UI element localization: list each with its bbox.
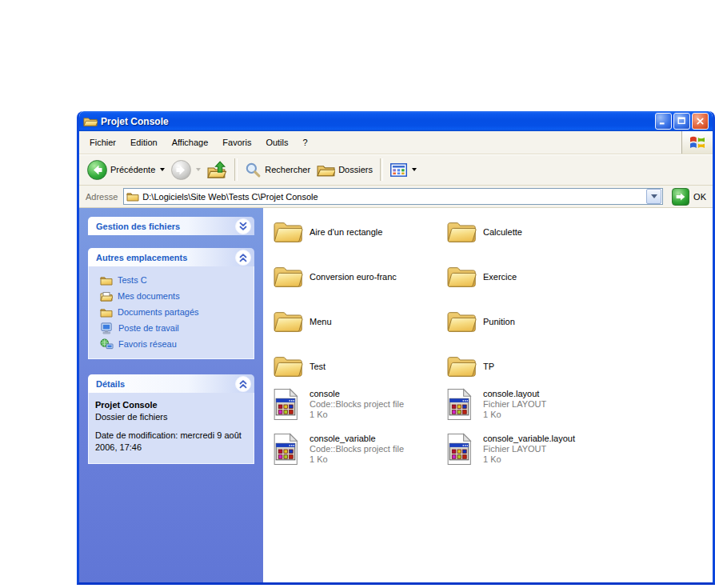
sidebar-item-tests-c[interactable]: Tests C <box>94 272 249 288</box>
task-pane: Gestion des fichiers Autres emplacements <box>79 208 263 585</box>
menu-bar: Fichier Edition Affichage Favoris Outils… <box>79 131 713 154</box>
file-name: console_variable <box>310 434 404 444</box>
sidebar-item-label: Tests C <box>118 275 147 285</box>
go-button[interactable]: OK <box>669 188 709 206</box>
codeblocks-file-icon <box>273 433 299 466</box>
sidebar-item-favoris-reseau[interactable]: Favoris réseau <box>94 336 249 352</box>
up-button[interactable] <box>204 159 230 181</box>
folder-tile[interactable]: Menu <box>273 308 437 334</box>
file-tile[interactable]: console.layout Fichier LAYOUT 1 Ko <box>446 388 610 421</box>
details-name: Projet Console <box>95 399 247 411</box>
details-type: Dossier de fichiers <box>95 411 247 423</box>
forward-button[interactable] <box>168 158 204 182</box>
sidebar-item-label: Mes documents <box>118 291 180 301</box>
file-info: console_variable Code::Blocks project fi… <box>310 433 404 465</box>
explorer-window: Projet Console Fichier Edition Affichage… <box>77 111 715 585</box>
forward-dropdown-icon <box>196 168 201 171</box>
folder-icon <box>273 308 303 334</box>
folder-tile[interactable]: TP <box>446 353 610 379</box>
views-dropdown-icon[interactable] <box>412 168 417 171</box>
sidebar-item-documents-partages[interactable]: Documents partagés <box>94 304 249 320</box>
file-type: Fichier LAYOUT <box>483 399 546 410</box>
views-button[interactable] <box>387 162 420 178</box>
toolbar-separator <box>234 158 238 181</box>
panel-body: Tests C Mes documents Documents partagés… <box>88 266 254 359</box>
double-chevron-up-icon[interactable] <box>235 250 251 266</box>
sidebar-item-mes-documents[interactable]: Mes documents <box>94 288 249 304</box>
panel-header-autres[interactable]: Autres emplacements <box>88 248 254 266</box>
menu-items: Fichier Edition Affichage Favoris Outils… <box>79 131 681 154</box>
folder-tile[interactable]: Punition <box>446 308 610 334</box>
panel-header-details[interactable]: Détails <box>88 374 254 393</box>
close-button[interactable] <box>692 113 709 130</box>
folder-name: Exercice <box>483 272 517 282</box>
folder-tile[interactable]: Test <box>273 353 437 379</box>
codeblocks-file-icon <box>446 433 473 466</box>
file-list[interactable]: Aire d'un rectangle Calculette Conversio… <box>263 208 713 585</box>
folder-icon <box>100 275 113 286</box>
folder-icon <box>446 218 477 245</box>
menu-affichage[interactable]: Affichage <box>165 132 216 154</box>
folder-tile[interactable]: Aire d'un rectangle <box>273 218 437 245</box>
sidebar-item-poste-de-travail[interactable]: Poste de travail <box>94 320 249 336</box>
menu-edition[interactable]: Edition <box>123 132 165 154</box>
folder-icon <box>446 353 477 379</box>
file-type: Code::Blocks project file <box>310 399 404 410</box>
folder-name: TP <box>483 362 494 371</box>
close-icon <box>694 115 706 127</box>
address-bar: Adresse D:\Logiciels\Site Web\Tests C\Pr… <box>79 186 713 208</box>
shared-folder-icon <box>100 307 113 318</box>
menu-favoris[interactable]: Favoris <box>215 132 258 154</box>
search-button[interactable]: Rechercher <box>242 160 314 180</box>
details-body: Projet Console Dossier de fichiers Date … <box>88 393 254 464</box>
folder-tile[interactable]: Exercice <box>446 263 610 290</box>
address-input[interactable]: D:\Logiciels\Site Web\Tests C\Projet Con… <box>123 188 663 205</box>
file-size: 1 Ko <box>483 454 575 465</box>
maximize-icon <box>676 115 688 127</box>
double-chevron-up-icon[interactable] <box>235 376 251 392</box>
windows-logo-box <box>681 131 713 154</box>
file-tile[interactable]: console Code::Blocks project file 1 Ko <box>273 388 437 421</box>
address-dropdown-button[interactable] <box>646 189 661 204</box>
folder-icon <box>273 353 303 379</box>
back-icon <box>87 160 107 180</box>
folder-name: Menu <box>310 317 332 326</box>
address-value[interactable]: D:\Logiciels\Site Web\Tests C\Projet Con… <box>142 192 643 202</box>
menu-help[interactable]: ? <box>296 132 315 154</box>
folder-name: Punition <box>483 317 515 326</box>
menu-fichier[interactable]: Fichier <box>82 132 123 154</box>
file-tile[interactable]: console_variable.layout Fichier LAYOUT 1… <box>446 433 610 466</box>
file-tile[interactable]: console_variable Code::Blocks project fi… <box>273 433 437 466</box>
sidebar-item-label: Poste de travail <box>118 323 179 333</box>
back-label: Précédente <box>110 165 155 174</box>
forward-icon <box>171 160 191 180</box>
double-chevron-down-icon[interactable] <box>235 218 251 234</box>
chevron-down-icon <box>651 194 657 198</box>
computer-icon <box>100 322 114 334</box>
folder-open-icon <box>83 115 98 127</box>
panel-header-gestion[interactable]: Gestion des fichiers <box>88 217 254 235</box>
folder-icon <box>446 263 477 290</box>
windows-flag-icon <box>688 133 707 152</box>
go-label: OK <box>693 192 706 202</box>
folder-name: Calculette <box>483 227 522 237</box>
address-label: Adresse <box>86 192 118 202</box>
back-button[interactable]: Précédente <box>84 158 168 182</box>
maximize-button[interactable] <box>673 113 690 130</box>
folder-icon <box>273 218 303 245</box>
folder-tile[interactable]: Conversion euro-franc <box>273 263 437 290</box>
menu-outils[interactable]: Outils <box>258 132 295 154</box>
title-bar[interactable]: Projet Console <box>79 111 713 131</box>
file-size: 1 Ko <box>310 454 404 465</box>
search-label: Rechercher <box>265 165 310 174</box>
folders-button[interactable]: Dossiers <box>314 161 376 179</box>
panel-title: Détails <box>96 379 235 389</box>
back-dropdown-icon[interactable] <box>160 168 165 171</box>
panel-gestion-fichiers: Gestion des fichiers <box>88 217 254 235</box>
search-icon <box>245 162 262 178</box>
go-arrow-icon <box>672 188 689 206</box>
panel-title: Gestion des fichiers <box>96 222 235 231</box>
minimize-button[interactable] <box>655 113 672 130</box>
folder-tile[interactable]: Calculette <box>446 218 610 245</box>
file-info: console.layout Fichier LAYOUT 1 Ko <box>483 388 546 420</box>
